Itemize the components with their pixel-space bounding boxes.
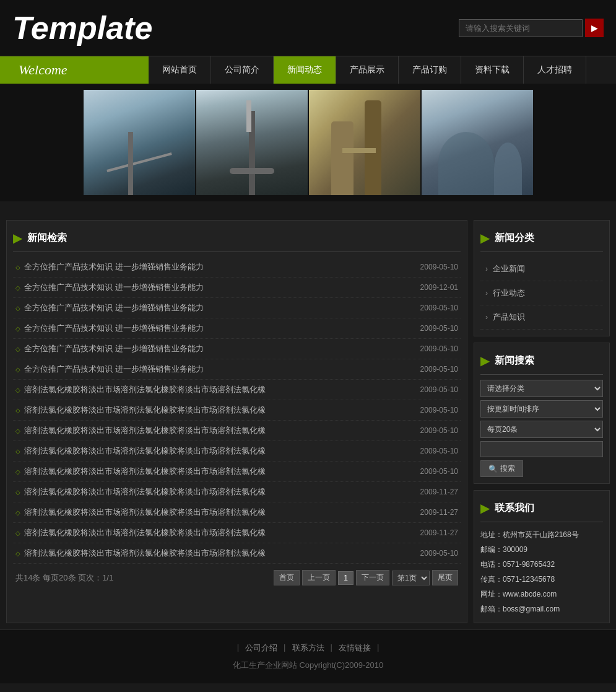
footer-link-about[interactable]: 公司介绍 bbox=[245, 642, 277, 654]
news-title[interactable]: 溶剂法氯化橡胶将淡出市场溶剂法氯化橡胶将淡出市场溶剂法氯化橡 bbox=[24, 445, 346, 457]
search-form: 请选择分类 按更新时间排序 每页20条 🔍 搜索 bbox=[480, 380, 603, 477]
contact-address: 地址：杭州市莫干山路2168号 bbox=[480, 527, 603, 542]
sort-select[interactable]: 按更新时间排序 bbox=[480, 400, 603, 418]
nav-item-news[interactable]: 新闻动态 bbox=[274, 56, 336, 84]
web-value: www.abcde.com bbox=[503, 590, 557, 598]
search-form-title: 新闻搜索 bbox=[495, 354, 534, 367]
news-title[interactable]: 全方位推广产品技术知识 进一步增强销售业务能力 bbox=[24, 261, 346, 273]
welcome-logo: Welcome bbox=[0, 56, 149, 84]
news-title[interactable]: 溶剂法氯化橡胶将淡出市场溶剂法氯化橡胶将淡出市场溶剂法氯化橡 bbox=[24, 425, 346, 436]
next-page-button[interactable]: 下一页 bbox=[356, 570, 389, 585]
phone-label: 电话： bbox=[480, 560, 503, 569]
address-label: 地址： bbox=[480, 530, 503, 539]
news-bullet: ◇ bbox=[15, 550, 20, 557]
banner-image-1 bbox=[84, 90, 195, 195]
header: Template ▶ bbox=[0, 0, 616, 56]
news-title[interactable]: 全方位推广产品技术知识 进一步增强销售业务能力 bbox=[24, 364, 346, 375]
main-content: ▶ 新闻检索 ◇ 全方位推广产品技术知识 进一步增强销售业务能力 2009-05… bbox=[0, 220, 616, 629]
news-date: 2009-05-10 bbox=[414, 549, 458, 558]
news-list-item[interactable]: ◇ 溶剂法氯化橡胶将淡出市场溶剂法氯化橡胶将淡出市场溶剂法氯化橡 2009-11… bbox=[13, 482, 461, 502]
first-page-button[interactable]: 首页 bbox=[274, 570, 300, 585]
news-date: 2009-05-10 bbox=[414, 385, 458, 394]
news-title[interactable]: 溶剂法氯化橡胶将淡出市场溶剂法氯化橡胶将淡出市场溶剂法氯化橡 bbox=[24, 527, 346, 538]
news-list-item[interactable]: ◇ 溶剂法氯化橡胶将淡出市场溶剂法氯化橡胶将淡出市场溶剂法氯化橡 2009-05… bbox=[13, 380, 461, 400]
news-search-form-section: ▶ 新闻搜索 请选择分类 按更新时间排序 每页20条 🔍 搜索 bbox=[474, 343, 610, 484]
cat-arrow-icon-2: › bbox=[485, 289, 488, 297]
news-list-item[interactable]: ◇ 溶剂法氯化橡胶将淡出市场溶剂法氯化橡胶将淡出市场溶剂法氯化橡 2009-11… bbox=[13, 523, 461, 543]
news-list-item[interactable]: ◇ 溶剂法氯化橡胶将淡出市场溶剂法氯化橡胶将淡出市场溶剂法氯化橡 2009-11… bbox=[13, 502, 461, 523]
search-form-header: ▶ 新闻搜索 bbox=[480, 349, 603, 375]
category-item-product[interactable]: › 产品知识 bbox=[480, 305, 603, 330]
news-title[interactable]: 溶剂法氯化橡胶将淡出市场溶剂法氯化橡胶将淡出市场溶剂法氯化橡 bbox=[24, 384, 346, 395]
news-bullet: ◇ bbox=[15, 468, 20, 475]
news-title[interactable]: 全方位推广产品技术知识 进一步增强销售业务能力 bbox=[24, 302, 346, 313]
news-category-section: ▶ 新闻分类 › 企业新闻 › 行业动态 › 产品知识 bbox=[474, 220, 610, 336]
news-list-item[interactable]: ◇ 全方位推广产品技术知识 进一步增强销售业务能力 2009-12-01 bbox=[13, 278, 461, 298]
footer-link-friends[interactable]: 友情链接 bbox=[339, 642, 371, 654]
category-header: ▶ 新闻分类 bbox=[480, 227, 603, 252]
banner-image-2 bbox=[196, 90, 308, 195]
news-list-item[interactable]: ◇ 全方位推广产品技术知识 进一步增强销售业务能力 2009-05-10 bbox=[13, 318, 461, 339]
nav-item-recruit[interactable]: 人才招聘 bbox=[524, 56, 586, 84]
news-list-item[interactable]: ◇ 溶剂法氯化橡胶将淡出市场溶剂法氯化橡胶将淡出市场溶剂法氯化橡 2009-05… bbox=[13, 400, 461, 421]
nav-item-download[interactable]: 资料下载 bbox=[461, 56, 524, 84]
nav-item-products[interactable]: 产品展示 bbox=[336, 56, 399, 84]
keyword-input[interactable] bbox=[480, 441, 603, 457]
postal-value: 300009 bbox=[503, 545, 527, 554]
news-list-item[interactable]: ◇ 全方位推广产品技术知识 进一步增强销售业务能力 2009-05-10 bbox=[13, 257, 461, 278]
perpage-select[interactable]: 每页20条 bbox=[480, 421, 603, 438]
news-date: 2009-05-10 bbox=[414, 406, 458, 414]
nav-item-order[interactable]: 产品订购 bbox=[399, 56, 461, 84]
news-bullet: ◇ bbox=[15, 407, 20, 414]
news-bullet: ◇ bbox=[15, 305, 20, 312]
nav-item-about[interactable]: 公司简介 bbox=[211, 56, 274, 84]
news-title[interactable]: 溶剂法氯化橡胶将淡出市场溶剂法氯化橡胶将淡出市场溶剂法氯化橡 bbox=[24, 548, 346, 559]
news-bullet: ◇ bbox=[15, 489, 20, 496]
news-list-item[interactable]: ◇ 全方位推广产品技术知识 进一步增强销售业务能力 2009-05-10 bbox=[13, 359, 461, 380]
fax-value: 0571-12345678 bbox=[503, 575, 555, 584]
search-input[interactable] bbox=[459, 19, 583, 37]
news-list-item[interactable]: ◇ 溶剂法氯化橡胶将淡出市场溶剂法氯化橡胶将淡出市场溶剂法氯化橡 2009-05… bbox=[13, 543, 461, 564]
news-title[interactable]: 全方位推广产品技术知识 进一步增强销售业务能力 bbox=[24, 343, 346, 354]
last-page-button[interactable]: 尾页 bbox=[432, 570, 458, 585]
news-list-item[interactable]: ◇ 全方位推广产品技术知识 进一步增强销售业务能力 2009-05-10 bbox=[13, 339, 461, 359]
contact-header: ▶ 联系我们 bbox=[480, 497, 603, 522]
footer-link-contact[interactable]: 联系方法 bbox=[292, 642, 324, 654]
category-label-product: 产品知识 bbox=[493, 312, 525, 323]
news-list-item[interactable]: ◇ 全方位推广产品技术知识 进一步增强销售业务能力 2009-05-10 bbox=[13, 298, 461, 318]
search-submit-button[interactable]: 🔍 搜索 bbox=[480, 460, 523, 477]
category-title: 新闻分类 bbox=[495, 232, 534, 245]
news-title[interactable]: 全方位推广产品技术知识 进一步增强销售业务能力 bbox=[24, 282, 346, 293]
contact-arrow-icon: ▶ bbox=[480, 501, 490, 515]
page-buttons: 首页 上一页 1 下一页 第1页 尾页 bbox=[274, 570, 458, 585]
news-list: ◇ 全方位推广产品技术知识 进一步增强销售业务能力 2009-05-10 ◇ 全… bbox=[13, 257, 461, 564]
nav-item-home[interactable]: 网站首页 bbox=[149, 56, 211, 84]
news-date: 2009-11-27 bbox=[414, 488, 458, 496]
news-list-item[interactable]: ◇ 溶剂法氯化橡胶将淡出市场溶剂法氯化橡胶将淡出市场溶剂法氯化橡 2009-05… bbox=[13, 462, 461, 482]
news-date: 2009-11-27 bbox=[414, 508, 458, 517]
contact-email: 邮箱：boss@gmail.com bbox=[480, 602, 603, 616]
news-date: 2009-05-10 bbox=[414, 447, 458, 455]
category-item-enterprise[interactable]: › 企业新闻 bbox=[480, 257, 603, 281]
search-btn-label: 搜索 bbox=[500, 463, 515, 474]
news-title[interactable]: 溶剂法氯化橡胶将淡出市场溶剂法氯化橡胶将淡出市场溶剂法氯化橡 bbox=[24, 507, 346, 518]
news-list-item[interactable]: ◇ 溶剂法氯化橡胶将淡出市场溶剂法氯化橡胶将淡出市场溶剂法氯化橡 2009-05… bbox=[13, 421, 461, 441]
prev-page-button[interactable]: 上一页 bbox=[302, 570, 336, 585]
news-title[interactable]: 全方位推广产品技术知识 进一步增强销售业务能力 bbox=[24, 323, 346, 334]
news-search-header: ▶ 新闻检索 bbox=[13, 227, 461, 252]
contact-info: 地址：杭州市莫干山路2168号 邮编：300009 电话：0571-987654… bbox=[480, 527, 603, 616]
address-value: 杭州市莫干山路2168号 bbox=[503, 530, 579, 539]
news-title[interactable]: 溶剂法氯化橡胶将淡出市场溶剂法氯化橡胶将淡出市场溶剂法氯化橡 bbox=[24, 466, 346, 477]
news-title[interactable]: 溶剂法氯化橡胶将淡出市场溶剂法氯化橡胶将淡出市场溶剂法氯化橡 bbox=[24, 486, 346, 497]
pagination: 共14条 每页20条 页次：1/1 首页 上一页 1 下一页 第1页 尾页 bbox=[13, 564, 461, 588]
news-date: 2009-12-01 bbox=[414, 283, 458, 292]
right-panel: ▶ 新闻分类 › 企业新闻 › 行业动态 › 产品知识 ▶ 新闻搜索 bbox=[474, 220, 610, 623]
search-button[interactable]: ▶ bbox=[585, 19, 604, 37]
news-date: 2009-11-27 bbox=[414, 528, 458, 537]
page-select[interactable]: 第1页 bbox=[392, 571, 430, 585]
category-select[interactable]: 请选择分类 bbox=[480, 380, 603, 397]
category-item-industry[interactable]: › 行业动态 bbox=[480, 281, 603, 305]
news-title[interactable]: 溶剂法氯化橡胶将淡出市场溶剂法氯化橡胶将淡出市场溶剂法氯化橡 bbox=[24, 405, 346, 416]
postal-label: 邮编： bbox=[480, 545, 503, 554]
news-list-item[interactable]: ◇ 溶剂法氯化橡胶将淡出市场溶剂法氯化橡胶将淡出市场溶剂法氯化橡 2009-05… bbox=[13, 441, 461, 462]
